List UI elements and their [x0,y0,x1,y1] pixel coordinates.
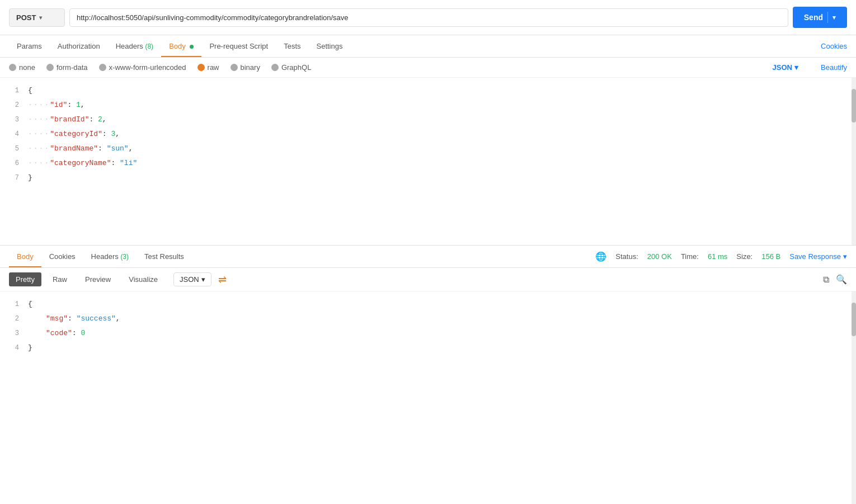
wrap-button[interactable]: ⇌ [218,274,227,286]
send-button[interactable]: Send ▾ [793,7,847,28]
tab-authorization[interactable]: Authorization [50,35,108,57]
request-scrollbar-track [852,78,856,245]
response-meta: 🌐 Status: 200 OK Time: 61 ms Size: 156 B… [595,251,847,262]
send-chevron-icon: ▾ [833,14,836,21]
format-tab-visualize[interactable]: Visualize [122,272,164,286]
time-label: Time: [681,252,699,261]
tab-params[interactable]: Params [9,35,50,57]
response-tab-headers[interactable]: Headers (3) [83,246,137,267]
save-response-chevron-icon: ▾ [843,252,847,261]
response-tab-body[interactable]: Body [9,246,41,267]
response-line-1: 1 { [0,297,856,312]
response-code-editor[interactable]: 1 { 2 "msg": "success", 3 "code": 0 4 } [0,291,856,504]
request-line-1: 1 { [0,83,856,98]
method-select[interactable]: POST ▾ [9,8,65,27]
tab-settings[interactable]: Settings [309,35,351,57]
request-line-2: 2 ····"id": 1, [0,98,856,112]
json-selector[interactable]: JSON ▾ [773,63,798,72]
globe-icon: 🌐 [595,251,606,262]
response-tab-test-results[interactable]: Test Results [137,246,192,267]
size-label: Size: [736,252,752,261]
send-btn-divider [827,12,828,23]
copy-icon[interactable]: ⧉ [823,275,829,285]
request-line-7: 7 } [0,171,856,185]
tab-headers[interactable]: Headers (8) [108,35,161,57]
response-tabs-row: Body Cookies Headers (3) Test Results 🌐 … [0,246,856,268]
search-icon[interactable]: 🔍 [836,274,847,285]
size-value: 156 B [761,252,780,261]
request-tabs-row: Params Authorization Headers (8) Body Pr… [0,35,856,58]
radio-graphql-dot [271,64,279,71]
response-actions: ⧉ 🔍 [823,274,847,285]
radio-form-data[interactable]: form-data [46,63,88,72]
response-line-2: 2 "msg": "success", [0,312,856,326]
response-tab-cookies[interactable]: Cookies [41,246,83,267]
radio-graphql[interactable]: GraphQL [271,63,311,72]
wrap-icon: ⇌ [218,274,227,285]
beautify-button[interactable]: Beautify [821,63,847,72]
response-section: Body Cookies Headers (3) Test Results 🌐 … [0,246,856,504]
response-format-selector[interactable]: JSON ▾ [173,272,211,286]
tab-pre-request[interactable]: Pre-request Script [201,35,276,57]
format-tab-raw[interactable]: Raw [46,272,74,286]
format-tab-preview[interactable]: Preview [78,272,117,286]
url-bar: POST ▾ Send ▾ [0,0,856,35]
radio-none[interactable]: none [9,63,35,72]
format-tab-pretty[interactable]: Pretty [9,272,41,286]
request-line-5: 5 ····"brandName": "sun", [0,142,856,156]
response-scrollbar-track [852,291,856,504]
request-line-6: 6 ····"categoryName": "li" [0,156,856,171]
radio-urlencoded[interactable]: x-www-form-urlencoded [99,63,186,72]
radio-form-data-dot [46,64,54,71]
radio-urlencoded-dot [99,64,106,71]
url-input[interactable] [69,8,788,27]
time-value: 61 ms [708,252,727,261]
request-code-editor[interactable]: 1 { 2 ····"id": 1, 3 ····"brandId": 2, 4… [0,78,856,246]
json-chevron-icon: ▾ [794,63,798,72]
response-line-3: 3 "code": 0 [0,326,856,341]
send-label: Send [804,13,823,22]
status-label: Status: [615,252,638,261]
response-headers-badge: (3) [120,253,129,261]
method-chevron-icon: ▾ [39,15,42,21]
radio-raw-dot [197,64,205,71]
headers-badge: (8) [145,43,153,50]
request-line-3: 3 ····"brandId": 2, [0,112,856,127]
format-chevron-icon: ▾ [201,275,205,284]
radio-binary-dot [231,64,238,71]
body-options-row: none form-data x-www-form-urlencoded raw… [0,58,856,78]
tab-body[interactable]: Body [161,35,201,57]
radio-none-dot [9,64,16,71]
response-format-row: Pretty Raw Preview Visualize JSON ▾ ⇌ ⧉ … [0,268,856,291]
radio-binary[interactable]: binary [231,63,260,72]
response-scrollbar-thumb[interactable] [852,303,856,336]
main-container: POST ▾ Send ▾ Params Authorization Heade… [0,0,856,504]
request-scrollbar-thumb[interactable] [852,89,856,123]
method-text: POST [16,13,36,22]
cookies-link[interactable]: Cookies [821,42,847,50]
tab-tests[interactable]: Tests [276,35,308,57]
request-line-4: 4 ····"categoryId": 3, [0,127,856,142]
status-value: 200 OK [647,252,672,261]
radio-raw[interactable]: raw [197,63,219,72]
body-active-dot [190,45,194,49]
response-line-4: 4 } [0,341,856,355]
save-response-button[interactable]: Save Response ▾ [789,252,847,261]
